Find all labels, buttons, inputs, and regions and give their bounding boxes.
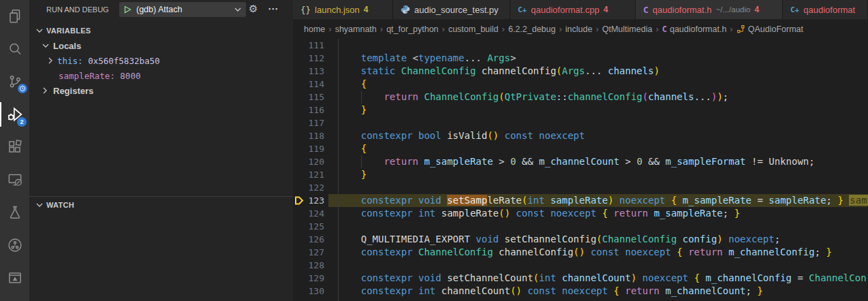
activity-item-testing[interactable] — [0, 196, 29, 229]
code-line-129[interactable]: 129 constexpr void setChannelCount(int c… — [293, 272, 868, 285]
code-line-120[interactable]: 120 return m_sampleRate > 0 && m_channel… — [293, 155, 868, 168]
code-line-118[interactable]: 118 constexpr bool isValid() const noexc… — [293, 129, 868, 142]
breadcrumb-item-QtMultimedia[interactable]: QtMultimedia — [602, 25, 653, 34]
breadcrumb-item-qt_for_python[interactable]: qt_for_python — [386, 25, 438, 34]
debug-start-icon[interactable] — [124, 5, 131, 14]
watch-section-header[interactable]: WATCH — [29, 198, 293, 212]
code-token: ( — [533, 272, 539, 283]
breadcrumb-item-custom_build[interactable]: custom_build — [448, 25, 499, 34]
locals-group[interactable]: Locals — [29, 39, 293, 52]
activity-item-panel-view[interactable] — [0, 262, 29, 294]
indent-guide — [338, 259, 339, 272]
code-line-130[interactable]: 130 constexpr int channelCount() const n… — [293, 285, 868, 298]
breadcrumb-item-include[interactable]: include — [565, 25, 593, 34]
line-number[interactable]: 122 — [293, 181, 324, 194]
breadcrumb-item-qaudioformat.h[interactable]: Cqaudioformat.h — [662, 25, 727, 34]
code-line-116[interactable]: 116 } — [293, 104, 868, 116]
variable-name: sampleRate: — [59, 71, 115, 81]
code-text: { — [338, 78, 367, 91]
code-token: ( — [522, 195, 527, 206]
debug-current-line-arrow-icon — [294, 195, 304, 206]
section-divider[interactable] — [29, 196, 293, 197]
line-number[interactable]: 120 — [293, 155, 324, 168]
tab-qaudioformat.cpp[interactable]: C+qaudioformat.cpp4 — [510, 0, 636, 19]
debug-config-select[interactable]: (gdb) Attach — [119, 2, 246, 17]
line-number[interactable]: 128 — [293, 259, 324, 272]
code-token: constexpr int — [361, 208, 441, 219]
variables-section-header[interactable]: VARIABLES — [29, 24, 293, 37]
line-number[interactable]: 121 — [293, 168, 324, 181]
code-line-111[interactable]: 111 — [293, 39, 868, 52]
code-token: const noexcept — [522, 285, 614, 296]
code-line-113[interactable]: 113 static ChannelConfig channelConfig(A… — [293, 65, 868, 78]
activity-item-run-and-debug[interactable]: 2 — [0, 98, 29, 131]
code-line-131[interactable]: 131 — [293, 298, 868, 301]
code-line-112[interactable]: 112 template <typename... Args> — [293, 52, 868, 65]
line-number[interactable]: 114 — [293, 78, 324, 91]
code-token: != Unknown; — [746, 156, 815, 167]
more-actions-icon[interactable]: ⋯ — [268, 3, 278, 15]
breadcrumb-item-6.2.2_debug[interactable]: 6.2.2_debug — [508, 25, 556, 34]
line-number[interactable]: 119 — [293, 142, 324, 155]
code-token — [338, 143, 361, 154]
tab-audio_source_test.py[interactable]: audio_source_test.py — [393, 0, 510, 19]
breadcrumb-item-shyamnath[interactable]: shyamnath — [335, 25, 377, 34]
line-number[interactable]: 124 — [293, 207, 324, 220]
line-number[interactable]: 127 — [293, 246, 324, 259]
code-line-128[interactable]: 128 — [293, 259, 868, 272]
gear-icon[interactable]: ⚙ — [249, 3, 258, 15]
activity-item-source-control[interactable] — [0, 65, 29, 98]
line-number[interactable]: 112 — [293, 52, 324, 65]
variable-this[interactable]: this: 0x560f5832ba50 — [29, 54, 293, 67]
tab-qaudioformat[interactable]: C+qaudioformat — [783, 0, 868, 19]
line-number[interactable]: 130 — [293, 285, 324, 298]
code-line-123[interactable]: 123 constexpr void setSampleRate(int sam… — [293, 194, 868, 207]
variable-sampleRate[interactable]: sampleRate: 8000 — [29, 69, 293, 82]
activity-item-commit-graph[interactable] — [0, 229, 29, 262]
tab-launch.json[interactable]: {}launch.json4 — [293, 0, 393, 19]
code-token: static — [361, 65, 401, 76]
code-token: noexcept — [619, 195, 665, 206]
variable-name: this: — [57, 56, 83, 66]
tab-qaudioformat.h[interactable]: Cqaudioformat.h~/.../audio4 — [636, 0, 783, 19]
activity-item-remote-explorer[interactable] — [0, 163, 29, 196]
activity-item-explorer[interactable] — [0, 0, 29, 33]
code-token — [700, 272, 705, 283]
code-line-122[interactable]: 122 — [293, 181, 868, 194]
code-line-125[interactable]: 125 — [293, 220, 868, 233]
code-editor[interactable]: 111112 template <typename... Args>113 st… — [293, 39, 868, 301]
code-line-127[interactable]: 127 constexpr ChannelConfig channelConfi… — [293, 246, 868, 259]
line-number[interactable]: 126 — [293, 233, 324, 246]
line-number[interactable]: 113 — [293, 65, 324, 78]
sidebar-title: RUN AND DEBUG — [46, 5, 109, 14]
code-token: { — [614, 285, 619, 296]
activity-item-extensions[interactable] — [0, 131, 29, 163]
code-token: > — [493, 156, 510, 167]
registers-group[interactable]: Registers — [29, 84, 293, 97]
code-line-121[interactable]: 121 } — [293, 168, 868, 181]
breadcrumb-item-QAudioFormat[interactable]: QAudioFormat — [737, 25, 803, 34]
activity-item-search[interactable] — [0, 33, 29, 65]
code-token — [338, 156, 384, 167]
code-token: ( — [642, 91, 648, 102]
line-number[interactable]: 117 — [293, 116, 324, 129]
tab-description: ~/.../audio — [716, 5, 751, 14]
line-number[interactable]: 116 — [293, 104, 324, 116]
line-number[interactable]: 131 — [293, 298, 324, 301]
line-number[interactable]: 118 — [293, 129, 324, 142]
line-number[interactable]: 111 — [293, 39, 324, 52]
code-token: channelCount — [441, 285, 510, 296]
code-line-119[interactable]: 119 { — [293, 142, 868, 155]
code-token — [614, 195, 619, 206]
line-number[interactable]: 129 — [293, 272, 324, 285]
line-number[interactable]: 125 — [293, 220, 324, 233]
code-line-115[interactable]: 115 return ChannelConfig(QtPrivate::chan… — [293, 91, 868, 104]
code-line-126[interactable]: 126 Q_MULTIMEDIA_EXPORT void setChannelC… — [293, 233, 868, 246]
code-token — [338, 247, 361, 257]
code-line-124[interactable]: 124 constexpr int sampleRate() const noe… — [293, 207, 868, 220]
breadcrumb-item-home[interactable]: home — [304, 25, 325, 34]
code-line-114[interactable]: 114 { — [293, 78, 868, 91]
code-text: Q_MULTIMEDIA_EXPORT void setChannelConfi… — [338, 233, 780, 246]
line-number[interactable]: 115 — [293, 91, 324, 104]
code-line-117[interactable]: 117 — [293, 116, 868, 129]
